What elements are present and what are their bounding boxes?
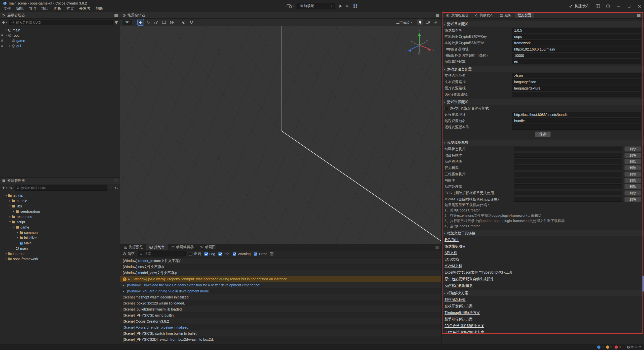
- field-input[interactable]: [512, 79, 641, 84]
- chevron-right-icon[interactable]: [8, 200, 12, 202]
- log-row[interactable]: [Window] render_texture文件夹不存在: [120, 258, 441, 264]
- tree-node-main[interactable]: main: [0, 246, 120, 251]
- camera-settings-button[interactable]: [425, 19, 431, 25]
- expand-icon[interactable]: ▶: [123, 284, 125, 286]
- minimize-button[interactable]: [617, 5, 620, 8]
- menu-item[interactable]: 文件: [1, 6, 14, 12]
- section-header[interactable]: ▾游戏资源配置: [441, 99, 644, 105]
- field-input[interactable]: [512, 59, 641, 64]
- scene-viewport[interactable]: Y X Z: [120, 26, 441, 244]
- log-row[interactable]: !▶[Window] [Vue warn]: Property "onInput…: [120, 276, 441, 282]
- lighting-toggle-button[interactable]: [417, 19, 423, 25]
- transform-space-button[interactable]: [169, 19, 175, 25]
- delete-button[interactable]: 删除: [624, 190, 641, 196]
- chevron-down-icon[interactable]: [4, 29, 8, 31]
- doc-link[interactable]: 新手引导解决方案: [445, 316, 473, 322]
- assets-search-input[interactable]: [21, 186, 105, 190]
- doc-link[interactable]: 游戏模板项目: [445, 243, 466, 249]
- delete-button[interactable]: 删除: [624, 153, 641, 158]
- inspector-scrollbar[interactable]: [642, 19, 644, 344]
- tree-node-resources[interactable]: resources: [0, 214, 120, 219]
- field-input[interactable]: [512, 92, 641, 97]
- field-input-value[interactable]: [512, 93, 641, 97]
- filter-info-checkbox[interactable]: Info: [218, 252, 229, 256]
- filter-error-checkbox[interactable]: Error: [254, 252, 267, 256]
- menu-item[interactable]: 编辑: [14, 6, 26, 12]
- filter-icon[interactable]: [109, 187, 113, 189]
- delete-button[interactable]: 删除: [624, 165, 641, 170]
- chevron-right-icon[interactable]: [8, 215, 12, 218]
- doc-link[interactable]: 3D角色扮演游戏解决方案: [445, 329, 484, 335]
- maximize-button[interactable]: [628, 5, 630, 8]
- checkbox-icon[interactable]: [445, 107, 448, 110]
- expand-icon[interactable]: ▶: [123, 290, 125, 292]
- expand-icon[interactable]: ▶: [128, 278, 131, 280]
- field-input-value[interactable]: [512, 113, 641, 117]
- tree-node-gui[interactable]: gui: [0, 43, 120, 49]
- doc-link[interactable]: 战棋游戏框架: [445, 296, 466, 303]
- chevron-down-icon[interactable]: [4, 34, 8, 36]
- remote-load-checkbox-row[interactable]: 游戏中资源是否远程加载: [441, 105, 644, 111]
- doc-link[interactable]: 全栈开发解决方案: [445, 303, 473, 309]
- tree-node-script[interactable]: script: [0, 219, 120, 225]
- tree-node-game[interactable]: game: [0, 225, 120, 230]
- delete-button[interactable]: 删除: [624, 184, 641, 189]
- render-mode-dropdown[interactable]: 正常渲染 ▾: [396, 20, 412, 25]
- log-row[interactable]: [Scene] [bullet]:bullet wasm lib loaded.: [120, 306, 441, 312]
- console-search[interactable]: [138, 251, 186, 256]
- tree-node-assets[interactable]: assets: [0, 193, 120, 198]
- menu-item[interactable]: 面板: [51, 6, 64, 12]
- menu-item[interactable]: 帮助: [93, 6, 105, 12]
- axis-gizmo[interactable]: Y X Z: [403, 28, 436, 61]
- tree-node-root[interactable]: root: [0, 33, 120, 38]
- delete-button[interactable]: 删除: [624, 146, 641, 152]
- field-input[interactable]: [512, 112, 641, 117]
- hierarchy-search[interactable]: [9, 20, 113, 25]
- console-menu-icon[interactable]: [435, 246, 439, 249]
- doc-link[interactable]: Tiledmap地图解决方案: [445, 309, 480, 316]
- field-input-value[interactable]: [512, 125, 641, 129]
- assets-search[interactable]: [15, 185, 107, 191]
- scale-tool-button[interactable]: [153, 19, 159, 25]
- tree-node-initialize[interactable]: initialize: [0, 235, 120, 240]
- menu-item[interactable]: 扩展: [64, 6, 76, 12]
- build-publish-button[interactable]: 构建发布: [569, 4, 590, 9]
- delete-button[interactable]: 删除: [624, 159, 641, 164]
- log-row[interactable]: [Scene] [PHYSICS]: switch from builtin t…: [120, 330, 441, 336]
- chevron-down-icon[interactable]: [4, 194, 8, 197]
- tree-node-common[interactable]: common: [0, 230, 120, 235]
- field-input[interactable]: [512, 40, 641, 46]
- chevron-right-icon[interactable]: [16, 237, 19, 239]
- log-row[interactable]: [Window] model_view文件夹不存在: [120, 270, 441, 276]
- chevron-right-icon[interactable]: [4, 258, 8, 260]
- doc-link[interactable]: 教程项目: [445, 236, 459, 243]
- delete-button[interactable]: 删除: [624, 171, 641, 177]
- chevron-down-icon[interactable]: [12, 226, 16, 228]
- field-input-value[interactable]: [512, 74, 641, 78]
- scene-menu-icon[interactable]: [436, 14, 439, 17]
- scrollbar-thumb[interactable]: [642, 276, 644, 292]
- filter-icon[interactable]: [115, 21, 118, 24]
- menu-item[interactable]: 项目: [39, 6, 51, 12]
- scene-selector[interactable]: 当前场景 ▾: [297, 3, 335, 9]
- filter-warning-checkbox[interactable]: Warning: [233, 252, 251, 256]
- field-input-value[interactable]: [512, 41, 641, 45]
- log-row[interactable]: ▶[Window] Download the Vue Devtools exte…: [120, 282, 441, 288]
- field-input-value[interactable]: [512, 28, 641, 32]
- field-input-value[interactable]: [512, 47, 641, 51]
- field-input[interactable]: [512, 85, 641, 91]
- create-asset-button[interactable]: ▾: [2, 186, 7, 189]
- tree-node-seedrandom[interactable]: seedrandom: [0, 209, 120, 214]
- section-header[interactable]: ▾框架文档工具链接: [441, 230, 644, 236]
- doc-link[interactable]: MVVM文档: [445, 262, 462, 269]
- info-count[interactable]: 3: [597, 345, 603, 349]
- field-input[interactable]: [512, 47, 641, 52]
- chevron-down-icon[interactable]: [8, 221, 12, 223]
- delete-button[interactable]: 删除: [624, 178, 641, 183]
- field-input[interactable]: [512, 73, 641, 78]
- section-header[interactable]: ▾游戏多语言配置: [441, 66, 644, 72]
- tree-node-game[interactable]: game: [0, 38, 120, 43]
- section-header[interactable]: ▾框架模块裁剪: [441, 140, 644, 146]
- field-input[interactable]: [512, 53, 641, 58]
- assets-menu-icon[interactable]: [114, 180, 118, 182]
